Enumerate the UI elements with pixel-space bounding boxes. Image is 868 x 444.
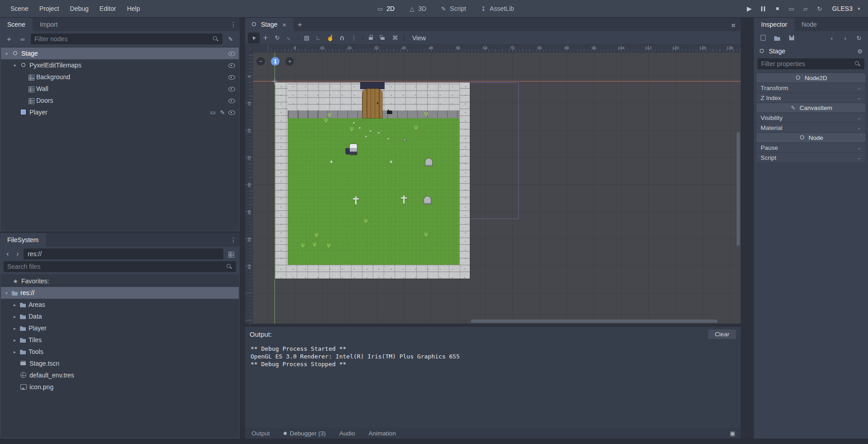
add-node-button[interactable] bbox=[4, 34, 14, 44]
chevron-down-icon[interactable]: ⌄ bbox=[857, 115, 861, 121]
clear-button[interactable]: Clear bbox=[708, 329, 736, 339]
menu-scene[interactable]: Scene bbox=[5, 3, 34, 14]
history-forward-button[interactable] bbox=[14, 250, 22, 258]
property-transform[interactable]: Transform⌄ bbox=[757, 83, 865, 92]
chevron-down-icon[interactable]: ⌄ bbox=[857, 95, 861, 101]
tree-expand-icon[interactable]: ▸ bbox=[12, 349, 18, 354]
bottom-panel-tab-animation[interactable]: Animation bbox=[369, 430, 396, 437]
workspace-2d[interactable]: ▭2D bbox=[376, 5, 395, 12]
instance-scene-button[interactable] bbox=[17, 34, 28, 44]
tree-expand-icon[interactable]: ▸ bbox=[12, 338, 18, 343]
view-menu-button[interactable]: View bbox=[407, 34, 431, 42]
snap-toggle[interactable]: U bbox=[336, 33, 348, 43]
move-tool[interactable]: ✛ bbox=[260, 33, 271, 43]
renderer-select[interactable]: GLES3 bbox=[832, 5, 863, 12]
origin-gizmo[interactable] bbox=[272, 78, 278, 84]
update-spinner[interactable]: ↻ bbox=[816, 5, 823, 12]
list-select-tool[interactable]: ▤ bbox=[301, 33, 313, 43]
canvas[interactable]: ψψψψψ++ψψψψψψ 1 bbox=[253, 53, 741, 324]
workspace-script[interactable]: ✎Script bbox=[440, 5, 466, 12]
scene-node-stage[interactable]: ▾Stage bbox=[1, 48, 239, 59]
distraction-free-button[interactable] bbox=[730, 21, 737, 29]
dock-menu-icon[interactable] bbox=[230, 236, 237, 243]
select-tool[interactable]: ➤ bbox=[248, 33, 260, 43]
workspace-3d[interactable]: △3D bbox=[408, 5, 426, 12]
tree-expand-icon[interactable]: ▸ bbox=[12, 326, 18, 331]
vertical-scrollbar[interactable] bbox=[737, 132, 740, 246]
section-node2d[interactable]: Node2D bbox=[757, 73, 865, 82]
property-pause[interactable]: Pause⌄ bbox=[757, 143, 865, 152]
fs-item-data[interactable]: ▸Data bbox=[1, 310, 239, 322]
chevron-down-icon[interactable]: ⌄ bbox=[857, 155, 861, 161]
attach-script-button[interactable] bbox=[225, 34, 236, 44]
chevron-down-icon[interactable]: ⌄ bbox=[857, 85, 861, 91]
fs-item-stage-tscn[interactable]: Stage.tscn bbox=[1, 358, 239, 369]
menu-help[interactable]: Help bbox=[122, 3, 145, 14]
play-custom-scene-button[interactable]: ▱ bbox=[802, 5, 809, 12]
fs-item-player[interactable]: ▸Player bbox=[1, 322, 239, 334]
scene-node-player[interactable]: Player▭✎ bbox=[1, 106, 239, 118]
scene-tab-stage[interactable]: Stage bbox=[245, 18, 294, 31]
snap-options[interactable]: ⋮ bbox=[348, 33, 360, 43]
play-scene-button[interactable]: ▭ bbox=[788, 5, 795, 12]
fs-item-tiles[interactable]: ▸Tiles bbox=[1, 334, 239, 346]
load-resource-button[interactable] bbox=[772, 33, 783, 43]
movie-icon[interactable]: ▭ bbox=[209, 109, 217, 116]
property-z-index[interactable]: Z Index⌄ bbox=[757, 93, 865, 102]
play-button[interactable]: ▶ bbox=[746, 5, 753, 12]
filesystem-tab[interactable]: FileSystem bbox=[0, 233, 46, 247]
extra-tools-button[interactable] bbox=[856, 48, 863, 55]
unlock-node-button[interactable] bbox=[377, 33, 389, 43]
scale-tool[interactable]: ⇔ bbox=[283, 33, 295, 43]
scene-node-background[interactable]: Background bbox=[1, 71, 239, 83]
tree-collapse-icon[interactable]: ▾ bbox=[4, 291, 10, 296]
history-forward-button[interactable]: › bbox=[840, 33, 851, 43]
scene-node-wall[interactable]: Wall bbox=[1, 83, 239, 95]
history-back-button[interactable]: ‹ bbox=[826, 33, 837, 43]
stop-button[interactable]: ■ bbox=[774, 5, 781, 12]
bottom-panel-tab-audio[interactable]: Audio bbox=[339, 430, 355, 437]
new-resource-button[interactable] bbox=[757, 33, 768, 43]
fs-item-res[interactable]: ▾res:// bbox=[1, 287, 239, 299]
history-back-button[interactable] bbox=[4, 250, 12, 258]
tree-expand-icon[interactable]: ▸ bbox=[12, 302, 18, 307]
toggle-split-mode-button[interactable] bbox=[225, 249, 236, 259]
eye-icon[interactable] bbox=[228, 109, 235, 115]
inspector-tab-inspector[interactable]: Inspector bbox=[754, 18, 795, 31]
rotate-tool[interactable]: ↻ bbox=[271, 33, 283, 43]
search-files-input[interactable] bbox=[7, 263, 223, 270]
new-scene-tab-button[interactable] bbox=[294, 18, 306, 31]
eye-icon[interactable] bbox=[228, 50, 235, 57]
ruler-tool[interactable]: ∟ bbox=[313, 33, 324, 43]
pan-tool[interactable]: ☝ bbox=[324, 33, 336, 43]
save-resource-button[interactable] bbox=[786, 33, 797, 43]
eye-icon[interactable] bbox=[228, 74, 235, 80]
pause-button[interactable] bbox=[760, 5, 767, 12]
zoom-out-button[interactable] bbox=[256, 57, 265, 66]
menu-debug[interactable]: Debug bbox=[65, 3, 93, 14]
section-node[interactable]: Node bbox=[757, 133, 865, 142]
bottom-panel-tab-debugger-3[interactable]: Debugger (3) bbox=[284, 430, 326, 437]
scene-node-doors[interactable]: Doors bbox=[1, 95, 239, 106]
panel-position-button[interactable] bbox=[729, 430, 736, 437]
zoom-reset-button[interactable]: 1 bbox=[271, 57, 280, 66]
fs-item-favorites[interactable]: ★Favorites: bbox=[1, 275, 239, 287]
property-script[interactable]: Script⌄ bbox=[757, 153, 865, 162]
filter-properties-input[interactable] bbox=[761, 60, 852, 67]
menu-project[interactable]: Project bbox=[34, 3, 64, 14]
scene-dock-tab-import[interactable]: Import bbox=[33, 18, 65, 31]
fs-item-areas[interactable]: ▸Areas bbox=[1, 299, 239, 310]
zoom-in-button[interactable] bbox=[285, 57, 294, 66]
tree-collapse-icon[interactable]: ▾ bbox=[4, 51, 10, 56]
tree-collapse-icon[interactable]: ▾ bbox=[12, 63, 18, 68]
eye-icon[interactable] bbox=[228, 62, 235, 68]
property-visibility[interactable]: Visibility⌄ bbox=[757, 113, 865, 122]
bottom-panel-tab-output[interactable]: Output bbox=[251, 430, 270, 437]
tree-expand-icon[interactable]: ▸ bbox=[12, 314, 18, 319]
chevron-down-icon[interactable]: ⌄ bbox=[857, 125, 861, 131]
fs-item-default-env-tres[interactable]: default_env.tres bbox=[1, 369, 239, 381]
close-icon[interactable] bbox=[281, 21, 288, 28]
chevron-down-icon[interactable]: ⌄ bbox=[857, 145, 861, 151]
horizontal-scrollbar[interactable] bbox=[471, 320, 718, 323]
scene-node-pyxeledittilemaps[interactable]: ▾PyxelEditTilemaps bbox=[1, 59, 239, 71]
